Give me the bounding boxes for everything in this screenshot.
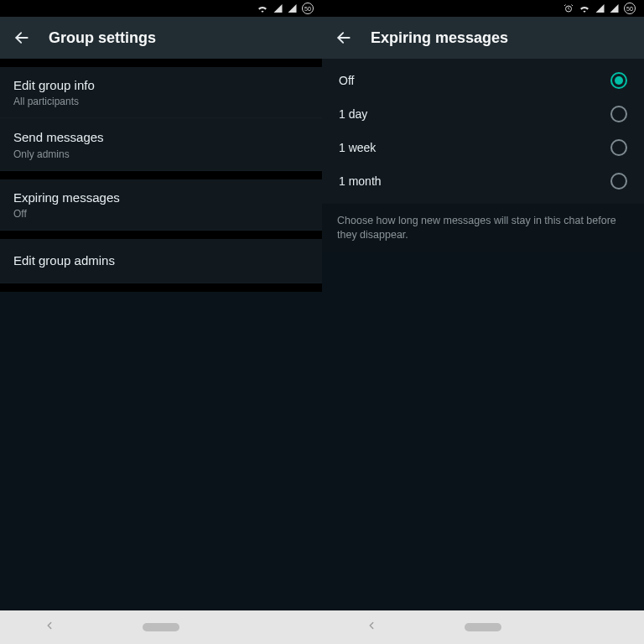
signal-icon — [610, 4, 619, 13]
list-item-title: Send messages — [13, 129, 309, 146]
svg-marker-5 — [610, 4, 619, 13]
list-item-title: Edit group info — [13, 77, 309, 94]
list-item-subtitle: All participants — [13, 96, 309, 107]
list-item-subtitle: Off — [13, 208, 309, 220]
radio-icon — [610, 106, 627, 122]
list-item-expiring-messages[interactable]: Expiring messages Off — [0, 179, 322, 231]
back-button[interactable] — [13, 29, 30, 46]
signal-icon — [273, 4, 283, 13]
wifi-icon — [257, 4, 268, 13]
system-nav — [0, 610, 322, 644]
app-bar: Group settings — [0, 17, 322, 59]
svg-marker-0 — [274, 4, 283, 13]
battery-icon: 50 — [624, 3, 636, 14]
options-list: Off 1 day 1 week 1 month Choose how long… — [322, 59, 644, 610]
svg-marker-1 — [288, 4, 297, 13]
status-bar: 50 — [322, 0, 644, 17]
section-divider — [0, 171, 322, 179]
nav-home-pill[interactable] — [465, 623, 501, 631]
section-divider — [0, 231, 322, 239]
helper-text: Choose how long new messages will stay i… — [322, 203, 644, 252]
wifi-icon — [579, 4, 590, 13]
radio-icon — [610, 139, 627, 156]
radio-icon — [610, 72, 627, 89]
back-button[interactable] — [335, 29, 352, 46]
page-title: Expiring messages — [371, 29, 508, 47]
phone-left: 50 Group settings Edit group info All pa… — [0, 0, 322, 610]
list-item-title: Expiring messages — [13, 190, 309, 206]
svg-marker-4 — [596, 4, 605, 13]
app-bar: Expiring messages — [322, 17, 644, 59]
list-item-subtitle: Only admins — [13, 148, 309, 160]
nav-back-icon[interactable] — [366, 620, 377, 635]
battery-icon: 50 — [302, 3, 314, 14]
radio-option-1-month[interactable]: 1 month — [322, 164, 644, 198]
settings-list: Edit group info All participants Send me… — [0, 59, 322, 610]
radio-label: 1 month — [339, 174, 382, 188]
status-bar: 50 — [0, 0, 322, 17]
system-nav — [322, 610, 644, 644]
radio-label: Off — [339, 74, 354, 87]
page-title: Group settings — [49, 29, 156, 47]
system-nav-row — [0, 610, 644, 644]
alarm-icon — [564, 3, 574, 13]
radio-icon — [610, 173, 627, 190]
radio-option-off[interactable]: Off — [322, 64, 644, 97]
radio-label: 1 day — [339, 107, 367, 121]
section-divider — [0, 59, 322, 67]
list-item-edit-group-admins[interactable]: Edit group admins — [0, 239, 322, 283]
list-item-title: Edit group admins — [13, 252, 309, 269]
signal-icon — [288, 4, 297, 13]
list-item-edit-group-info[interactable]: Edit group info All participants — [0, 67, 322, 118]
radio-label: 1 week — [339, 141, 376, 154]
nav-home-pill[interactable] — [143, 623, 179, 631]
signal-icon — [595, 4, 605, 13]
section-divider — [0, 283, 322, 292]
radio-option-1-day[interactable]: 1 day — [322, 97, 644, 131]
phone-right: 50 Expiring messages Off 1 day — [322, 0, 644, 610]
nav-back-icon[interactable] — [44, 620, 55, 635]
list-item-send-messages[interactable]: Send messages Only admins — [0, 119, 322, 170]
radio-option-1-week[interactable]: 1 week — [322, 131, 644, 164]
